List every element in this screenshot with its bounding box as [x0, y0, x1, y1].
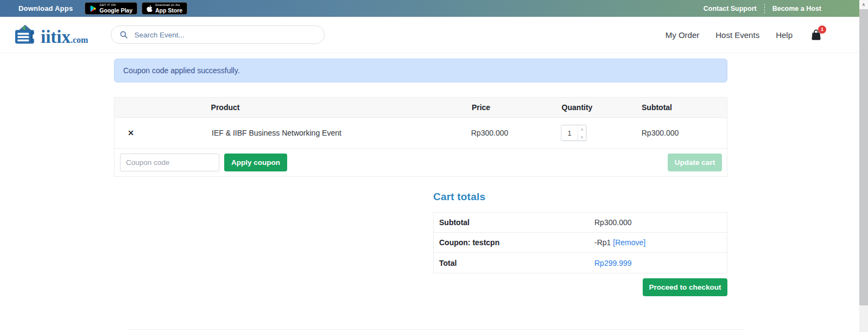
nav-help[interactable]: Help — [776, 30, 793, 40]
total-value: Rp299.999 — [594, 259, 632, 267]
topbar-left: Download Apps GET IT ON Google Play — [18, 2, 187, 15]
scrollbar-thumb[interactable] — [859, 9, 868, 305]
total-label: Total — [434, 259, 594, 267]
product-name: IEF & IIBF Business Networking Event — [212, 129, 341, 137]
google-play-store-name: Google Play — [99, 8, 132, 14]
column-header-price: Price — [472, 103, 490, 112]
logo-text: iitix.com — [41, 29, 88, 46]
quantity-spin-controls: ∧ ∨ — [578, 125, 586, 141]
scrollbar-up-arrow-icon[interactable]: ∧ — [859, 0, 868, 9]
quantity-input[interactable] — [562, 125, 578, 141]
store-badges: GET IT ON Google Play Download on the Ap… — [85, 2, 187, 15]
app-store-badge[interactable]: Download on the App Store — [142, 2, 187, 15]
total-row: Total Rp299.999 — [434, 253, 727, 273]
page: Download Apps GET IT ON Google Play — [0, 0, 868, 332]
remove-item-button[interactable]: ✕ — [128, 129, 134, 137]
alert-message: Coupon code applied successfully. — [123, 66, 240, 75]
apple-icon — [147, 5, 153, 12]
subtotal-row: Subtotal Rp300.000 — [434, 213, 727, 233]
proceed-to-checkout-button[interactable]: Proceed to checkout — [643, 278, 727, 296]
update-cart-button[interactable]: Update cart — [668, 154, 722, 171]
topbar: Download Apps GET IT ON Google Play — [0, 0, 859, 17]
google-play-text: GET IT ON Google Play — [99, 4, 132, 13]
contact-support-link[interactable]: Contact Support — [704, 5, 757, 12]
cart-totals-title: Cart totals — [433, 191, 727, 203]
cart-table: Product Price Quantity Subtotal ✕ IEF & … — [114, 97, 727, 177]
coupon-label: Coupon: testcpn — [434, 238, 594, 247]
download-apps-label: Download Apps — [18, 4, 73, 12]
remove-coupon-link[interactable]: [Remove] — [613, 238, 645, 247]
ticket-logo-icon — [14, 24, 39, 46]
search-icon — [119, 30, 128, 39]
coupon-value: -Rp1 [Remove] — [594, 238, 645, 247]
google-play-badge[interactable]: GET IT ON Google Play — [85, 2, 137, 15]
nav-host-events[interactable]: Host Events — [715, 30, 759, 40]
google-play-tagline: GET IT ON — [99, 4, 132, 7]
topbar-divider — [764, 4, 765, 14]
coupon-row-totals: Coupon: testcpn -Rp1 [Remove] — [434, 233, 727, 253]
column-header-product: Product — [211, 103, 240, 112]
app-store-tagline: Download on the — [155, 4, 182, 7]
column-header-subtotal: Subtotal — [642, 103, 672, 112]
become-a-host-link[interactable]: Become a Host — [772, 5, 821, 12]
app-store-store-name: App Store — [155, 8, 182, 14]
search-bar[interactable] — [111, 25, 325, 44]
product-subtotal: Rp300.000 — [642, 129, 679, 137]
quantity-decrease-button[interactable]: ∨ — [578, 133, 586, 141]
cart-item-row: ✕ IEF & IIBF Business Networking Event R… — [115, 117, 727, 148]
column-header-quantity: Quantity — [562, 103, 593, 112]
logo-suffix: .com — [71, 35, 88, 44]
google-play-icon — [90, 5, 97, 12]
coupon-row: Apply coupon Update cart — [115, 148, 727, 176]
logo-word: iitix — [41, 27, 71, 47]
main-nav: My Order Host Events Help 1 — [666, 29, 821, 41]
cart-totals-table: Subtotal Rp300.000 Coupon: testcpn -Rp1 … — [433, 212, 727, 273]
nav-my-order[interactable]: My Order — [666, 30, 700, 40]
cart-count-badge: 1 — [818, 25, 826, 34]
topbar-right: Contact Support Become a Host — [704, 4, 821, 14]
vertical-scrollbar[interactable]: ∧ — [859, 0, 868, 332]
subtotal-label: Subtotal — [434, 218, 594, 227]
coupon-code-input[interactable] — [120, 154, 219, 171]
logo[interactable]: iitix.com — [14, 24, 88, 46]
search-input[interactable] — [134, 31, 316, 39]
cart-totals-section: Cart totals Subtotal Rp300.000 Coupon: t… — [433, 191, 727, 296]
app-store-text: Download on the App Store — [155, 4, 182, 13]
apply-coupon-button[interactable]: Apply coupon — [224, 154, 287, 171]
subtotal-value: Rp300.000 — [594, 218, 632, 227]
footer-divider — [128, 329, 744, 330]
quantity-increase-button[interactable]: ∧ — [578, 125, 586, 133]
site-header: iitix.com My Order Host Events Help — [0, 17, 859, 53]
cart-button[interactable]: 1 — [811, 29, 821, 41]
coupon-success-alert: Coupon code applied successfully. — [114, 59, 727, 82]
product-price: Rp300.000 — [471, 129, 509, 137]
quantity-stepper[interactable]: ∧ ∨ — [561, 125, 587, 141]
cart-table-header: Product Price Quantity Subtotal — [115, 98, 727, 117]
coupon-discount-amount: -Rp1 — [594, 238, 611, 247]
checkout-row: Proceed to checkout — [433, 278, 727, 296]
